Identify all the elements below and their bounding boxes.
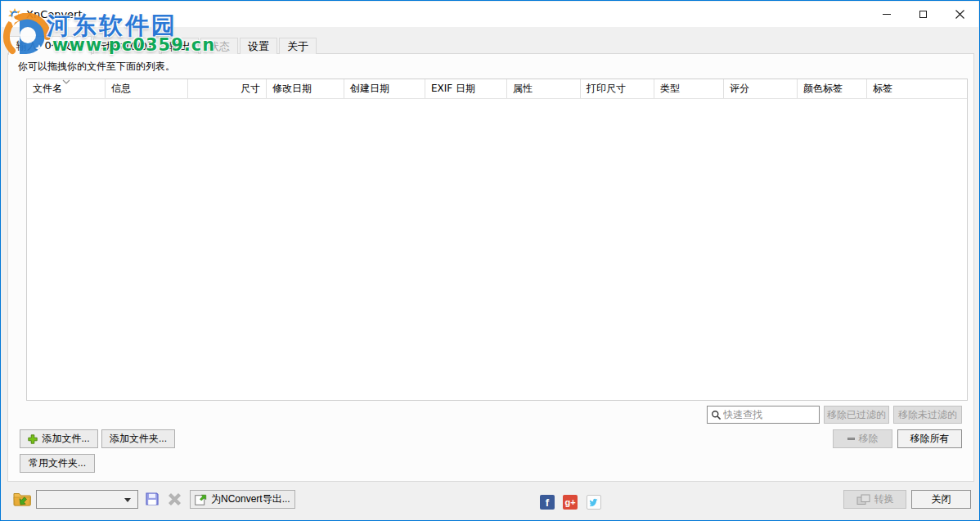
search-icon <box>711 410 722 420</box>
convert-images-icon <box>856 494 870 505</box>
minimize-icon <box>883 14 891 15</box>
tab-settings[interactable]: 设置 <box>240 38 277 54</box>
quick-search-box <box>707 406 820 424</box>
quick-search-input[interactable] <box>723 409 819 420</box>
file-list-header: 文件名 信息 尺寸 修改日期 创建日期 EXIF 日期 属性 打印尺寸 类型 评… <box>27 79 967 99</box>
google-plus-button[interactable]: g+ <box>563 495 578 510</box>
main-tab-bar: 输入: 0个文件 动作 [0/0] 输出 状态 设置 关于 <box>8 34 318 54</box>
preset-combobox[interactable] <box>36 490 138 509</box>
close-dialog-button[interactable]: 关闭 <box>911 490 971 509</box>
column-header-rating[interactable]: 评分 <box>724 79 798 98</box>
remove-all-button[interactable]: 移除所有 <box>897 429 962 448</box>
google-plus-icon: g+ <box>564 497 575 507</box>
column-header-filename[interactable]: 文件名 <box>27 79 106 98</box>
file-list-table: 文件名 信息 尺寸 修改日期 创建日期 EXIF 日期 属性 打印尺寸 类型 评… <box>26 79 968 401</box>
input-tab-pane: 你可以拖拽你的文件至下面的列表。 文件名 信息 尺寸 修改日期 创建日期 EXI… <box>7 53 974 482</box>
close-icon <box>955 10 964 19</box>
bottom-bar: 为NConvert导出... f g+ 转换 关闭 <box>2 480 978 519</box>
delete-preset-button <box>168 492 182 508</box>
add-files-button[interactable]: 添加文件... <box>20 429 98 448</box>
tab-actions[interactable]: 动作 [0/0] <box>93 38 160 54</box>
open-folder-button[interactable] <box>12 491 32 509</box>
facebook-icon: f <box>546 496 549 509</box>
add-folder-button[interactable]: 添加文件夹... <box>101 429 175 448</box>
remove-minus-icon <box>847 438 855 440</box>
remove-button: 移除 <box>833 429 892 448</box>
column-header-size[interactable]: 尺寸 <box>188 79 267 98</box>
facebook-button[interactable]: f <box>540 495 555 510</box>
window-title: XnConvert <box>26 8 83 20</box>
tab-output[interactable]: 输出 <box>161 38 199 54</box>
column-header-info[interactable]: 信息 <box>106 79 188 98</box>
drag-drop-hint: 你可以拖拽你的文件至下面的列表。 <box>18 60 175 74</box>
xnconvert-window: XnConvert 输入: 0个文件 动作 [0/0] 输出 状态 设置 关于 … <box>0 0 980 521</box>
column-header-tags[interactable]: 标签 <box>867 79 967 98</box>
export-arrow-icon <box>195 493 207 505</box>
tab-about[interactable]: 关于 <box>279 38 317 54</box>
twitter-button[interactable] <box>587 495 601 510</box>
save-floppy-icon <box>145 492 160 506</box>
column-header-modified-date[interactable]: 修改日期 <box>267 79 344 98</box>
convert-button: 转换 <box>843 490 906 509</box>
column-header-print-size[interactable]: 打印尺寸 <box>581 79 654 98</box>
close-button[interactable] <box>942 2 978 27</box>
column-header-attributes[interactable]: 属性 <box>507 79 581 98</box>
app-icon <box>8 8 21 21</box>
twitter-bird-icon <box>589 498 600 507</box>
column-header-created-date[interactable]: 创建日期 <box>344 79 425 98</box>
title-bar: XnConvert <box>2 2 978 27</box>
open-folder-icon <box>13 491 31 507</box>
maximize-button[interactable] <box>905 2 942 27</box>
tab-input[interactable]: 输入: 0个文件 <box>8 36 92 55</box>
column-header-type[interactable]: 类型 <box>654 79 724 98</box>
export-nconvert-button[interactable]: 为NConvert导出... <box>190 490 295 509</box>
tab-status: 状态 <box>200 38 238 54</box>
maximize-icon <box>919 11 927 18</box>
file-drop-area[interactable] <box>27 99 967 400</box>
remove-filtered-button: 移除已过滤的 <box>824 406 889 424</box>
column-header-exif-date[interactable]: EXIF 日期 <box>425 79 507 98</box>
frequent-folders-button[interactable]: 常用文件夹... <box>20 454 95 473</box>
combo-dropdown-arrow-icon <box>124 498 131 502</box>
remove-unfiltered-button: 移除未过滤的 <box>893 406 962 424</box>
column-header-color-label[interactable]: 颜色标签 <box>798 79 867 98</box>
add-plus-icon <box>28 434 38 444</box>
delete-x-icon <box>168 492 182 505</box>
save-preset-button[interactable] <box>145 492 160 509</box>
minimize-button[interactable] <box>868 2 905 27</box>
sort-indicator-icon <box>62 79 70 84</box>
